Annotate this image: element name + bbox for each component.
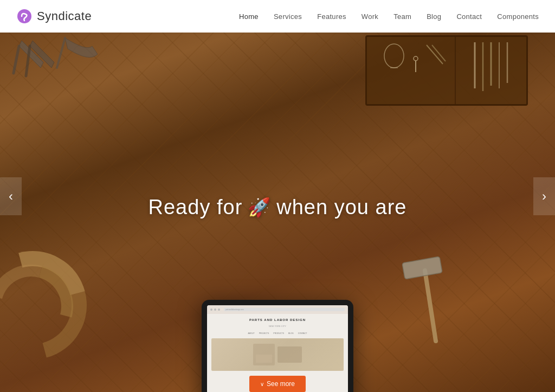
chevron-right-icon: ›: [542, 189, 546, 204]
tablet-nav-projects: PROJECTS: [258, 332, 270, 335]
svg-line-14: [57, 38, 65, 68]
tools-in-box: [372, 42, 448, 86]
see-more-label: See more: [267, 380, 295, 388]
nav-item-work[interactable]: Work: [362, 12, 378, 21]
hero-headline-after: when you are: [276, 195, 406, 219]
tablet-mockup-container: partsandlabordesign.com PARTS AND LABOR …: [202, 300, 353, 392]
see-more-button[interactable]: ∨ See more: [249, 376, 306, 392]
tablet-address-bar: partsandlabordesign.com: [224, 308, 345, 311]
nav-item-features[interactable]: Features: [317, 12, 346, 21]
chevron-left-icon: ‹: [9, 189, 13, 204]
hero-arrow-next[interactable]: ›: [533, 177, 555, 215]
nav-item-services[interactable]: Services: [274, 12, 302, 21]
hero-arrow-prev[interactable]: ‹: [0, 177, 22, 215]
rocket-icon: 🚀: [248, 196, 271, 218]
tablet-dot-3: [218, 309, 220, 311]
tablet-nav: ABOUT PROJECTS PRODUCTS BLOG CONTACT: [211, 332, 344, 335]
svg-point-3: [414, 56, 418, 61]
tablet-nav-contact: CONTACT: [297, 332, 308, 335]
logo-icon: [16, 8, 33, 24]
main-nav: Home Services Features Work Team Blog Co…: [239, 12, 539, 21]
toolbox-decoration: [365, 35, 528, 106]
hero-text-block: Ready for 🚀 when you are: [149, 195, 407, 219]
header: Syndicate Home Services Features Work Te…: [0, 0, 555, 33]
logo[interactable]: Syndicate: [16, 8, 92, 24]
tablet-image-area: [211, 338, 344, 371]
nav-item-contact[interactable]: Contact: [456, 12, 482, 21]
pencils-in-box: [464, 40, 524, 105]
logo-text: Syndicate: [37, 9, 92, 23]
tablet-nav-about: ABOUT: [247, 332, 256, 335]
tablet-content: PARTS AND LABOR DESIGN NEW YORK CITY ABO…: [207, 314, 348, 375]
tablet-dot-2: [214, 309, 216, 311]
see-more-chevron-icon: ∨: [260, 381, 264, 387]
tablet-site-subtitle: NEW YORK CITY: [211, 325, 344, 327]
svg-line-12: [14, 46, 19, 73]
toolbox-divider: [455, 37, 456, 104]
nav-item-home[interactable]: Home: [239, 12, 259, 21]
tablet-dot-1: [210, 309, 212, 311]
svg-line-15: [425, 271, 436, 341]
tablet-site-title: PARTS AND LABOR DESIGN: [211, 318, 344, 322]
pliers-svg: [11, 35, 119, 100]
nav-item-components[interactable]: Components: [497, 12, 539, 21]
svg-rect-16: [402, 256, 442, 279]
svg-rect-19: [256, 355, 272, 363]
svg-point-1: [384, 44, 404, 68]
top-left-tools: [11, 35, 119, 102]
hammer-decoration: [392, 249, 457, 349]
nav-item-team[interactable]: Team: [393, 12, 411, 21]
hero-section: ‹ › Ready for 🚀 when you are partsandlab…: [0, 0, 555, 392]
tablet-nav-blog: BLOG: [287, 332, 295, 335]
tablet-browser-bar: partsandlabordesign.com: [207, 305, 348, 314]
svg-rect-18: [278, 346, 302, 363]
hammer-svg: [392, 249, 457, 346]
hero-headline: Ready for 🚀 when you are: [149, 195, 407, 219]
nav-item-blog[interactable]: Blog: [427, 12, 441, 21]
tablet-content-image: [250, 341, 305, 368]
hero-headline-before: Ready for: [149, 195, 243, 219]
tablet-nav-products: PRODUCTS: [272, 332, 285, 335]
